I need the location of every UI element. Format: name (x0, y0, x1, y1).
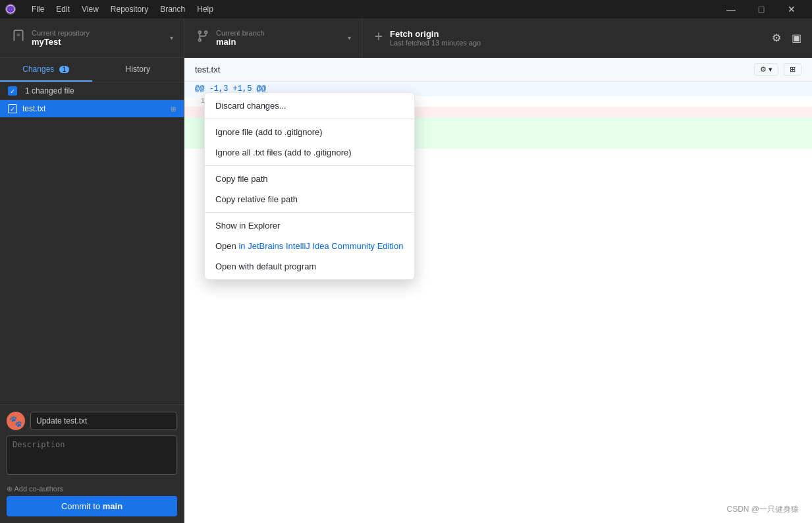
fetch-origin-section[interactable]: Fetch origin Last fetched 13 minutes ago (362, 18, 761, 57)
repository-text: Current repository myTest (32, 29, 90, 47)
menu-branch[interactable]: Branch (155, 3, 190, 15)
branch-label: Current branch (216, 29, 264, 37)
context-menu-copy-rel-path[interactable]: Copy relative file path (205, 189, 414, 209)
repository-arrow: ▾ (170, 34, 173, 41)
menu-file[interactable]: File (26, 3, 49, 15)
left-panel: Changes 1 History ✓ 1 changed file ✓ tes… (0, 58, 184, 523)
branch-arrow: ▾ (348, 34, 351, 41)
maximize-button[interactable]: □ (746, 0, 776, 18)
titlebar-left: File Edit View Repository Branch Help (5, 3, 219, 15)
context-menu-discard[interactable]: Discard changes... (205, 96, 414, 116)
watermark: CSDN @一只健身猿 (726, 504, 799, 515)
add-coauthor[interactable]: ⊕ Add co-authors (7, 482, 177, 496)
svg-point-0 (6, 5, 15, 14)
file-checkbox[interactable]: ✓ (8, 104, 17, 113)
branch-text: Current branch main (216, 29, 264, 47)
menu-repository[interactable]: Repository (105, 3, 153, 15)
settings-button[interactable]: ⚙ (769, 29, 784, 47)
fetch-text: Fetch origin Last fetched 13 minutes ago (390, 29, 481, 47)
diff-filename: test.txt (195, 65, 220, 74)
context-menu-divider-3 (205, 212, 414, 213)
toolbar-right: ⚙ ▣ (761, 18, 812, 57)
diff-settings-button[interactable]: ⚙ ▾ (754, 63, 778, 76)
diff-controls: ⚙ ▾ ⊞ (754, 63, 801, 76)
context-menu-divider-2 (205, 165, 414, 166)
commit-description-input[interactable] (7, 435, 177, 475)
context-menu: Discard changes... Ignore file (add to .… (204, 92, 415, 280)
main-area: Changes 1 History ✓ 1 changed file ✓ tes… (0, 58, 812, 523)
minimize-button[interactable]: — (716, 0, 746, 18)
branch-icon (195, 30, 211, 46)
menu-help[interactable]: Help (192, 3, 219, 15)
file-name: test.txt (22, 104, 171, 113)
commit-button[interactable]: Commit to main (7, 496, 177, 516)
changed-files-count: 1 changed file (25, 86, 74, 96)
current-branch-section[interactable]: Current branch main ▾ (184, 18, 362, 57)
changes-badge: 1 (59, 66, 70, 73)
close-button[interactable]: ✕ (776, 0, 807, 18)
file-list-spacer (0, 117, 184, 404)
select-all-checkbox[interactable]: ✓ (8, 86, 17, 96)
tabs: Changes 1 History (0, 58, 184, 82)
fetch-label: Fetch origin (390, 29, 481, 39)
commit-area: 🐾 ⊕ Add co-authors Commit to main (0, 404, 184, 523)
tab-changes[interactable]: Changes 1 (0, 58, 92, 82)
repository-icon (11, 30, 26, 46)
diff-header: test.txt ⚙ ▾ ⊞ (184, 58, 812, 82)
titlebar-controls: — □ ✕ (716, 0, 807, 18)
fetch-icon (373, 31, 385, 45)
titlebar: File Edit View Repository Branch Help — … (0, 0, 812, 18)
tab-history[interactable]: History (92, 58, 184, 82)
context-menu-open-jetbrains[interactable]: Open in JetBrains IntelliJ Idea Communit… (205, 236, 414, 256)
file-item[interactable]: ✓ test.txt ⊞ (0, 100, 184, 117)
commit-message-input[interactable] (30, 412, 177, 430)
toolbar: Current repository myTest ▾ Current bran… (0, 18, 812, 58)
commit-row: 🐾 (7, 412, 177, 430)
branch-name: main (216, 37, 264, 47)
repository-name: myTest (32, 37, 90, 47)
fetch-sublabel: Last fetched 13 minutes ago (390, 39, 481, 47)
context-menu-divider-1 (205, 119, 414, 119)
app-icon (5, 4, 16, 14)
panel-toggle-button[interactable]: ▣ (789, 29, 804, 47)
avatar: 🐾 (7, 412, 25, 430)
file-action-button[interactable]: ⊞ (171, 105, 176, 113)
context-menu-open-default[interactable]: Open with default program (205, 256, 414, 277)
repository-label: Current repository (32, 29, 90, 37)
menu-edit[interactable]: Edit (51, 3, 75, 15)
context-menu-ignore-all-txt[interactable]: Ignore all .txt files (add to .gitignore… (205, 142, 414, 163)
context-menu-copy-path[interactable]: Copy file path (205, 169, 414, 189)
current-repository-section[interactable]: Current repository myTest ▾ (0, 18, 184, 57)
context-menu-show-explorer[interactable]: Show in Explorer (205, 215, 414, 236)
titlebar-menu: File Edit View Repository Branch Help (26, 3, 219, 15)
file-list-header: ✓ 1 changed file (0, 82, 184, 100)
menu-view[interactable]: View (76, 3, 104, 15)
diff-view-button[interactable]: ⊞ (784, 63, 801, 76)
context-menu-ignore-file[interactable]: Ignore file (add to .gitignore) (205, 122, 414, 142)
